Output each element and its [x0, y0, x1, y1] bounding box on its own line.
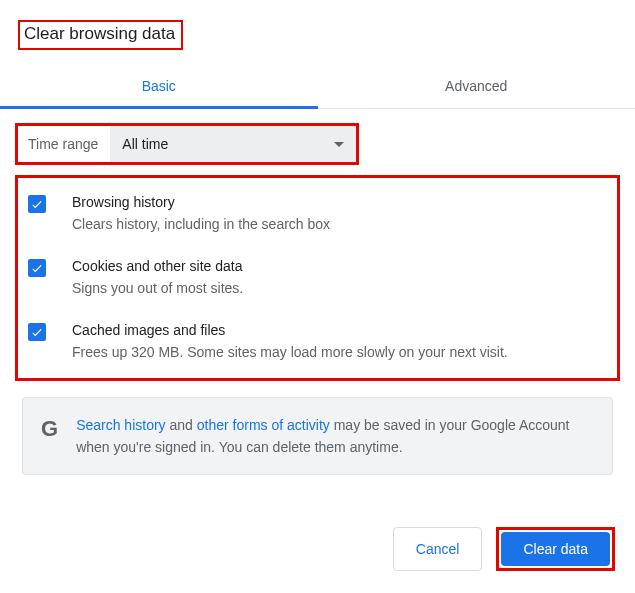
- dropdown-icon: [334, 142, 344, 147]
- info-t1: and: [166, 417, 197, 433]
- check-icon: [30, 261, 44, 275]
- option-cache: Cached images and files Frees up 320 MB.…: [28, 320, 607, 362]
- option-text: Cached images and files Frees up 320 MB.…: [72, 320, 508, 362]
- google-icon: G: [41, 416, 58, 442]
- tab-advanced[interactable]: Advanced: [318, 68, 636, 108]
- time-range-value: All time: [122, 136, 168, 152]
- dialog-title-highlight: Clear browsing data: [18, 20, 183, 50]
- time-range-highlight: Time range All time: [15, 123, 359, 165]
- option-text: Cookies and other site data Signs you ou…: [72, 256, 243, 298]
- clear-data-button[interactable]: Clear data: [501, 532, 610, 566]
- checkbox-cookies[interactable]: [28, 259, 46, 277]
- google-account-info: G Search history and other forms of acti…: [22, 397, 613, 475]
- check-icon: [30, 197, 44, 211]
- option-desc: Frees up 320 MB. Some sites may load mor…: [72, 342, 508, 362]
- checkbox-browsing-history[interactable]: [28, 195, 46, 213]
- clear-browsing-data-dialog: Clear browsing data Basic Advanced Time …: [0, 0, 635, 593]
- clear-button-highlight: Clear data: [496, 527, 615, 571]
- time-range-label: Time range: [18, 126, 110, 162]
- option-desc: Signs you out of most sites.: [72, 278, 243, 298]
- other-activity-link[interactable]: other forms of activity: [197, 417, 330, 433]
- option-title: Browsing history: [72, 192, 330, 212]
- option-cookies: Cookies and other site data Signs you ou…: [28, 256, 607, 298]
- option-text: Browsing history Clears history, includi…: [72, 192, 330, 234]
- options-highlight: Browsing history Clears history, includi…: [15, 175, 620, 381]
- checkbox-cache[interactable]: [28, 323, 46, 341]
- option-title: Cached images and files: [72, 320, 508, 340]
- tab-bar: Basic Advanced: [0, 68, 635, 109]
- option-browsing-history: Browsing history Clears history, includi…: [28, 192, 607, 234]
- option-title: Cookies and other site data: [72, 256, 243, 276]
- check-icon: [30, 325, 44, 339]
- option-desc: Clears history, including in the search …: [72, 214, 330, 234]
- time-range-select[interactable]: All time: [110, 126, 356, 162]
- dialog-title: Clear browsing data: [24, 24, 175, 44]
- tab-basic[interactable]: Basic: [0, 68, 318, 109]
- dialog-buttons: Cancel Clear data: [393, 527, 615, 571]
- search-history-link[interactable]: Search history: [76, 417, 165, 433]
- info-text: Search history and other forms of activi…: [76, 414, 594, 458]
- cancel-button[interactable]: Cancel: [393, 527, 483, 571]
